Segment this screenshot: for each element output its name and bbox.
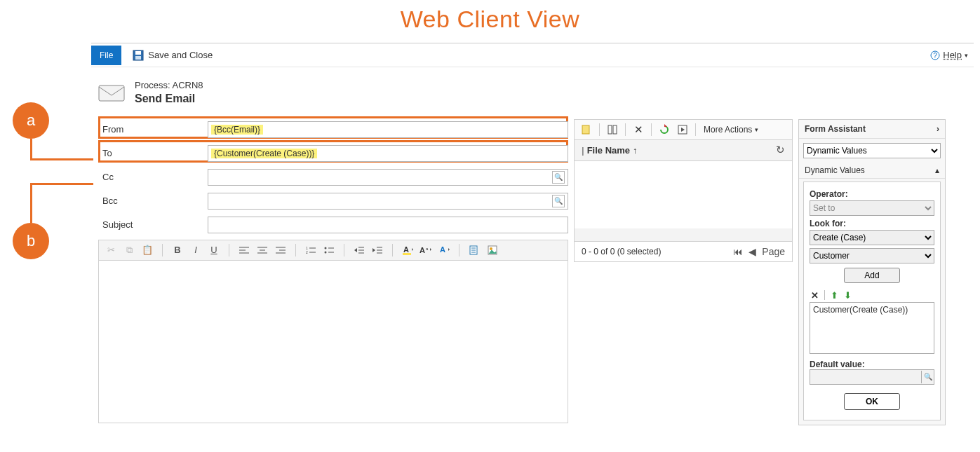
email-form: From {Bcc(Email)} To {Customer(Create (C… bbox=[91, 119, 568, 423]
svg-rect-2 bbox=[135, 56, 141, 60]
svg-marker-38 bbox=[448, 248, 450, 251]
form-assistant-mode-select[interactable]: Dynamic Values bbox=[803, 143, 941, 158]
attachments-hscroll[interactable] bbox=[574, 228, 793, 241]
align-left-icon[interactable] bbox=[236, 242, 252, 258]
sort-arrow-icon: ↑ bbox=[633, 145, 638, 156]
subject-input[interactable] bbox=[208, 217, 568, 233]
outdent-icon[interactable] bbox=[351, 242, 367, 258]
numbered-list-icon[interactable]: 12 bbox=[303, 242, 318, 258]
attachments-panel: ✕ More Actions ▾ | File Name ↑ bbox=[568, 119, 793, 262]
cc-input[interactable]: 🔍 bbox=[208, 169, 568, 186]
rich-text-toolbar: ✂ ⧉ 📋 B I U bbox=[98, 240, 568, 261]
callout-connector bbox=[30, 139, 32, 160]
lookup-icon[interactable]: 🔍 bbox=[921, 371, 934, 383]
indent-icon[interactable] bbox=[370, 242, 385, 258]
filename-column-label: File Name bbox=[587, 145, 630, 156]
lookup-icon[interactable]: 🔍 bbox=[552, 171, 565, 184]
lookfor-label: Look for: bbox=[810, 219, 934, 228]
svg-marker-50 bbox=[681, 128, 685, 132]
new-attachment-icon[interactable] bbox=[579, 122, 594, 137]
operator-label: Operator: bbox=[810, 189, 934, 199]
bold-icon[interactable]: B bbox=[170, 242, 185, 258]
svg-text:A: A bbox=[440, 245, 445, 254]
svg-marker-23 bbox=[354, 248, 357, 252]
first-page-icon[interactable]: ⏮ bbox=[733, 246, 743, 257]
section-collapse-icon[interactable]: ▴ bbox=[935, 165, 939, 175]
to-label: To bbox=[98, 148, 208, 158]
attachments-header-row: | File Name ↑ ↻ bbox=[574, 140, 793, 161]
delete-icon[interactable]: ✕ bbox=[631, 122, 646, 137]
save-and-close-label: Save and Close bbox=[148, 50, 213, 60]
from-label: From bbox=[98, 124, 208, 135]
move-up-icon[interactable]: ⬆ bbox=[831, 290, 838, 301]
svg-text:2: 2 bbox=[306, 250, 308, 254]
italic-icon[interactable]: I bbox=[188, 242, 203, 258]
operator-select[interactable]: Set to bbox=[810, 200, 934, 216]
align-right-icon[interactable] bbox=[273, 242, 288, 258]
ok-button[interactable]: OK bbox=[844, 393, 900, 410]
form-header: Process: ACRN8 Send Email bbox=[91, 67, 974, 119]
svg-point-44 bbox=[490, 247, 492, 250]
svg-text:A: A bbox=[403, 245, 409, 254]
underline-icon[interactable]: U bbox=[206, 242, 222, 258]
default-value-label: Default value: bbox=[810, 359, 934, 369]
filename-column-header[interactable]: | File Name ↑ bbox=[582, 145, 638, 156]
from-value: {Bcc(Email)} bbox=[211, 125, 263, 135]
svg-point-21 bbox=[325, 251, 327, 253]
refresh-icon[interactable] bbox=[657, 122, 672, 137]
remove-item-icon[interactable]: ✕ bbox=[811, 290, 819, 301]
cut-icon[interactable]: ✂ bbox=[103, 242, 119, 258]
chevron-down-icon: ▾ bbox=[965, 52, 968, 59]
attachments-list[interactable] bbox=[574, 161, 793, 228]
svg-marker-27 bbox=[372, 248, 375, 252]
to-input[interactable]: {Customer(Create (Case))} bbox=[208, 145, 568, 162]
play-icon[interactable] bbox=[675, 122, 690, 137]
paste-icon[interactable]: 📋 bbox=[140, 242, 155, 258]
more-actions-label: More Actions bbox=[704, 125, 752, 135]
cc-label: Cc bbox=[98, 172, 208, 182]
svg-rect-46 bbox=[608, 125, 612, 134]
attachment-view-icon[interactable] bbox=[605, 122, 620, 137]
page-label: Page bbox=[762, 246, 785, 257]
svg-text:A: A bbox=[419, 246, 425, 254]
prev-page-icon[interactable]: ◀ bbox=[749, 246, 756, 257]
refresh-list-icon[interactable]: ↻ bbox=[776, 144, 785, 156]
default-value-input[interactable]: 🔍 bbox=[810, 369, 934, 385]
lookfor-entity-select[interactable]: Create (Case) bbox=[810, 230, 934, 245]
save-and-close-button[interactable]: Save and Close bbox=[128, 43, 217, 67]
help-link[interactable]: ? Help ▾ bbox=[930, 50, 968, 60]
font-size-icon[interactable]: Aa bbox=[418, 242, 434, 258]
save-icon bbox=[133, 50, 144, 61]
email-icon bbox=[98, 83, 125, 104]
insert-template-icon[interactable] bbox=[466, 242, 482, 258]
file-button[interactable]: File bbox=[91, 46, 121, 65]
callout-badge-a: a bbox=[13, 102, 49, 139]
callout-badge-b: b bbox=[13, 223, 49, 259]
highlight-color-icon[interactable]: A bbox=[400, 242, 415, 258]
lookup-icon[interactable]: 🔍 bbox=[552, 195, 565, 207]
list-item[interactable]: Customer(Create (Case)) bbox=[813, 305, 931, 315]
svg-marker-33 bbox=[412, 248, 413, 251]
svg-rect-47 bbox=[613, 125, 617, 134]
app-frame: a b File Save and Close ? Help ▾ bbox=[91, 43, 974, 425]
move-down-icon[interactable]: ⬇ bbox=[844, 290, 852, 301]
font-color-icon[interactable]: A bbox=[436, 242, 452, 258]
align-center-icon[interactable] bbox=[255, 242, 270, 258]
svg-marker-36 bbox=[430, 248, 431, 251]
svg-point-19 bbox=[325, 247, 327, 249]
bcc-input[interactable]: 🔍 bbox=[208, 193, 568, 210]
from-input[interactable]: {Bcc(Email)} bbox=[208, 121, 568, 138]
form-assistant-title: Form Assistant bbox=[805, 124, 866, 134]
bcc-label: Bcc bbox=[98, 196, 208, 206]
copy-icon[interactable]: ⧉ bbox=[121, 242, 137, 258]
lookfor-field-select[interactable]: Customer bbox=[810, 248, 934, 263]
add-button[interactable]: Add bbox=[844, 268, 900, 283]
page-title: Web Client View bbox=[0, 0, 980, 43]
collapse-icon[interactable]: › bbox=[937, 124, 939, 134]
subject-label: Subject bbox=[98, 219, 208, 230]
insert-article-icon[interactable] bbox=[485, 242, 500, 258]
dynamic-values-list[interactable]: Customer(Create (Case)) bbox=[810, 302, 934, 354]
bullet-list-icon[interactable] bbox=[321, 242, 337, 258]
more-actions-button[interactable]: More Actions ▾ bbox=[701, 125, 761, 135]
email-body-editor[interactable] bbox=[98, 261, 568, 423]
